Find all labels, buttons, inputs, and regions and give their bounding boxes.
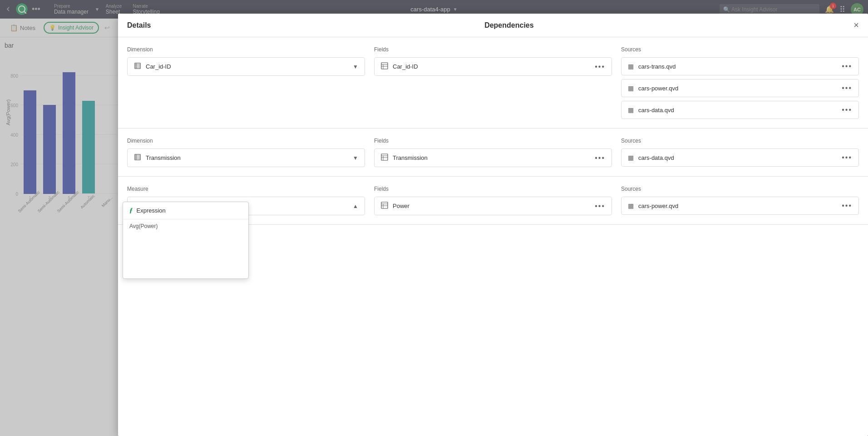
source-more-2-1[interactable]: ••• — [842, 154, 852, 162]
dimension-item-1[interactable]: Car_id-ID ▼ — [127, 57, 365, 76]
source-more-1-2[interactable]: ••• — [842, 84, 852, 92]
measure-chevron-3[interactable]: ▲ — [353, 203, 358, 209]
field-icon-1 — [381, 62, 388, 71]
svg-rect-48 — [381, 202, 388, 208]
field-item-label-3: Power — [393, 203, 590, 209]
sources-section-2: Sources ▦ cars-data.qvd ••• — [621, 138, 859, 167]
fields-label-3: Fields — [374, 186, 612, 192]
dimension-label-1: Dimension — [127, 46, 365, 53]
expression-label: Expression — [137, 207, 166, 214]
dimension-item-label-2: Transmission — [146, 154, 348, 161]
field-item-label-1: Car_id-ID — [393, 63, 590, 70]
expression-header: ƒ Expression — [123, 202, 248, 219]
fields-section-1: Fields Car_id-ID ••• — [374, 46, 612, 76]
field-item-1[interactable]: Car_id-ID ••• — [374, 57, 612, 76]
field-more-2[interactable]: ••• — [595, 154, 605, 162]
field-more-3[interactable]: ••• — [595, 202, 605, 210]
measure-label-3: Measure — [127, 186, 365, 192]
sources-label-1: Sources — [621, 46, 859, 53]
field-item-3[interactable]: Power ••• — [374, 197, 612, 215]
modal-header: Details Dependencies × — [118, 14, 868, 37]
field-item-label-2: Transmission — [393, 154, 590, 161]
source-label-1-1: cars-trans.qvd — [638, 63, 837, 70]
modal-close-button[interactable]: × — [853, 20, 859, 30]
dependency-row-1: Dimension Car_id-ID ▼ — [118, 37, 868, 129]
expression-popup: ƒ Expression Avg(Power) — [123, 202, 249, 279]
expression-body: Avg(Power) — [123, 219, 248, 278]
source-label-1-3: cars-data.qvd — [638, 107, 837, 114]
source-item-1-3[interactable]: ▦ cars-data.qvd ••• — [621, 101, 859, 119]
cube-icon-1 — [134, 62, 141, 71]
source-label-1-2: cars-power.qvd — [638, 85, 837, 92]
sources-label-3: Sources — [621, 186, 859, 192]
source-more-1-3[interactable]: ••• — [842, 106, 852, 114]
source-item-1-2[interactable]: ▦ cars-power.qvd ••• — [621, 79, 859, 97]
modal-dependencies-title: Dependencies — [164, 21, 853, 30]
source-list-2: ▦ cars-data.qvd ••• — [621, 149, 859, 167]
source-label-3-1: cars-power.qvd — [638, 203, 837, 209]
dimension-label-2: Dimension — [127, 138, 365, 144]
source-item-3-1[interactable]: ▦ cars-power.qvd ••• — [621, 197, 859, 215]
svg-rect-41 — [381, 154, 388, 160]
modal-body: Dimension Car_id-ID ▼ — [118, 37, 868, 436]
fields-label-1: Fields — [374, 46, 612, 53]
fields-section-3: Fields Power ••• — [374, 186, 612, 215]
source-item-2-1[interactable]: ▦ cars-data.qvd ••• — [621, 149, 859, 167]
dimension-chevron-1[interactable]: ▼ — [353, 64, 358, 70]
dimension-item-2[interactable]: Transmission ▼ — [127, 149, 365, 167]
source-item-1-1[interactable]: ▦ cars-trans.qvd ••• — [621, 57, 859, 75]
source-label-2-1: cars-data.qvd — [638, 154, 837, 161]
source-grid-icon-2-1: ▦ — [628, 154, 634, 161]
dimension-section-2: Dimension Transmission ▼ — [127, 138, 365, 167]
source-grid-icon-1-1: ▦ — [628, 63, 634, 70]
field-icon-3 — [381, 202, 388, 210]
fields-label-2: Fields — [374, 138, 612, 144]
dimension-section-1: Dimension Car_id-ID ▼ — [127, 46, 365, 76]
dependency-row-3: Measure Avg(Power) ▲ Fields — [118, 177, 868, 225]
source-grid-icon-1-2: ▦ — [628, 84, 634, 92]
expression-value: Avg(Power) — [129, 223, 158, 229]
fields-section-2: Fields Transmission ••• — [374, 138, 612, 167]
source-grid-icon-3-1: ▦ — [628, 202, 634, 209]
sources-label-2: Sources — [621, 138, 859, 144]
field-icon-2 — [381, 154, 388, 162]
cube-icon-2 — [134, 154, 141, 162]
svg-rect-32 — [381, 63, 388, 69]
field-item-2[interactable]: Transmission ••• — [374, 149, 612, 167]
source-list-1: ▦ cars-trans.qvd ••• ▦ cars-power.qvd ••… — [621, 57, 859, 119]
fx-icon: ƒ — [129, 207, 133, 214]
sources-section-1: Sources ▦ cars-trans.qvd ••• ▦ cars-powe… — [621, 46, 859, 119]
source-more-3-1[interactable]: ••• — [842, 202, 852, 210]
sources-section-3: Sources ▦ cars-power.qvd ••• — [621, 186, 859, 215]
source-more-1-1[interactable]: ••• — [842, 62, 852, 70]
dimension-chevron-2[interactable]: ▼ — [353, 155, 358, 161]
field-more-1[interactable]: ••• — [595, 63, 605, 71]
dependencies-modal: Details Dependencies × Dimension — [118, 14, 868, 436]
dimension-item-label-1: Car_id-ID — [146, 63, 348, 70]
modal-details-title: Details — [127, 21, 151, 30]
source-grid-icon-1-3: ▦ — [628, 106, 634, 114]
dependency-row-2: Dimension Transmission ▼ — [118, 129, 868, 177]
source-list-3: ▦ cars-power.qvd ••• — [621, 197, 859, 215]
